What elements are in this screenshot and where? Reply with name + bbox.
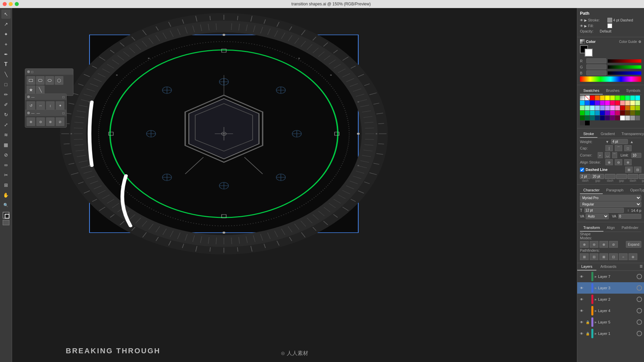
polygon-shape-btn[interactable]: ⬡ (55, 76, 63, 85)
type-tool[interactable]: T (1, 60, 11, 69)
swatch-color-48[interactable] (590, 116, 595, 120)
limit-input[interactable] (631, 153, 641, 158)
g-input[interactable] (586, 64, 606, 69)
swatch-color-57[interactable] (635, 116, 640, 120)
font-select[interactable]: Myriad Pro (580, 195, 641, 201)
swatch-color-56[interactable] (630, 116, 635, 120)
fill-visibility-icon[interactable]: 👁 (580, 24, 583, 28)
tab-symbols[interactable]: Symbols (623, 87, 644, 95)
layer-target-4[interactable] (637, 319, 642, 325)
roundrect-shape-btn[interactable] (36, 76, 45, 85)
layer-eye-1[interactable]: 👁 (579, 286, 584, 290)
swatch-color-25[interactable] (595, 106, 600, 110)
layer-row-3[interactable]: 👁 ▶ Layer 4 (577, 305, 644, 316)
layer-target-5[interactable] (637, 331, 642, 336)
magic-wand-tool[interactable]: ✦ (1, 29, 11, 39)
cap-square-btn[interactable]: □ (624, 145, 632, 151)
minimize-button[interactable] (9, 2, 13, 6)
font-style-select[interactable]: Regular (580, 201, 641, 207)
hand-tool[interactable]: ✋ (1, 190, 11, 200)
swatch-color-55[interactable] (625, 116, 630, 120)
intersect-btn[interactable]: ⊗ (599, 241, 608, 248)
swatch-color-32[interactable] (630, 106, 635, 110)
warp-tool[interactable]: ≋ (1, 130, 11, 139)
align-inside-btn[interactable]: ⊖ (615, 159, 622, 165)
layer-target-3[interactable] (637, 308, 642, 313)
star-shape-btn[interactable]: ★ (26, 85, 35, 94)
swatch-color-22[interactable] (580, 106, 585, 110)
r-slider[interactable] (608, 59, 641, 63)
unite-btn[interactable]: ⊕ (580, 241, 589, 248)
layer-expand-0[interactable]: ▶ (595, 275, 597, 278)
rect-shape-btn[interactable] (26, 76, 35, 85)
pathfinder-float-close[interactable] (27, 112, 30, 114)
swatch-color-19[interactable] (625, 101, 630, 105)
swatch-color-29[interactable] (615, 106, 620, 110)
swatch-color-36[interactable] (590, 111, 595, 115)
swatch-color-54[interactable] (620, 116, 625, 120)
pf-divide-btn[interactable]: ⊞ (580, 253, 589, 260)
g-slider[interactable] (608, 65, 641, 69)
line-shape-btn[interactable]: ╲ (36, 85, 45, 94)
swatch-color-50[interactable] (600, 116, 605, 120)
color-section-title[interactable]: Color (586, 40, 596, 44)
gap2-input[interactable] (616, 174, 627, 179)
flip-h-btn[interactable]: ↔ (36, 101, 45, 110)
swatch-color-8[interactable] (630, 96, 635, 100)
visibility-icon[interactable]: 👁 (580, 18, 583, 22)
canvas-svg[interactable] (12, 8, 577, 362)
weight-input[interactable] (611, 139, 628, 144)
pf-trim-btn[interactable]: ⊟ (590, 253, 598, 260)
tab-character[interactable]: Character (580, 187, 603, 194)
align-center-btn[interactable]: ⊕ (605, 159, 613, 165)
pf-btn2[interactable]: ⊖ (36, 117, 45, 126)
layer-lock-4[interactable]: 🔒 (585, 320, 590, 324)
swatch-color-58[interactable] (580, 121, 585, 125)
tab-brushes[interactable]: Brushes (603, 87, 623, 95)
tab-opentype[interactable]: OpenType (627, 187, 644, 194)
dash1-input[interactable] (580, 174, 591, 179)
swatch-color-1[interactable] (595, 96, 600, 100)
minus-front-btn[interactable]: ⊖ (590, 241, 598, 248)
tab-swatches[interactable]: Swatches (580, 87, 603, 95)
swatch-color-9[interactable] (635, 96, 640, 100)
font-size-input[interactable] (584, 208, 624, 213)
swatch-color-42[interactable] (620, 111, 625, 115)
selection-tool[interactable]: ↖ (1, 9, 11, 19)
swatch-color-5[interactable] (615, 96, 620, 100)
corner-round-btn[interactable]: ◡ (605, 152, 610, 158)
swatch-color-51[interactable] (605, 116, 610, 120)
layer-target-2[interactable] (637, 297, 642, 302)
tracking-input[interactable] (618, 214, 641, 219)
layer-lock-0[interactable] (585, 274, 590, 279)
swatch-color-45[interactable] (635, 111, 640, 115)
swatch-color-21[interactable] (635, 101, 640, 105)
layer-row-0[interactable]: 👁 ▶ Layer 7 (577, 271, 644, 282)
layer-lock-5[interactable]: 🔒 (585, 331, 590, 336)
eyedropper-tool[interactable]: ⊘ (1, 150, 11, 160)
color-guide-link[interactable]: Color Guide (619, 40, 637, 44)
tab-transparency[interactable]: Transparency (618, 130, 644, 138)
swatch-color-59[interactable] (585, 121, 590, 125)
dashed-icon2[interactable]: ⊟ (634, 167, 641, 173)
rotate-left-btn[interactable]: ↺ (26, 101, 35, 110)
tab-paragraph[interactable]: Paragraph (603, 187, 627, 194)
transform-more-btn[interactable]: ✦ (56, 101, 64, 110)
swatch-color-49[interactable] (595, 116, 600, 120)
swatch-color-30[interactable] (620, 106, 625, 110)
swatch-color-38[interactable] (600, 111, 605, 115)
swatch-color-43[interactable] (625, 111, 630, 115)
layer-row-2[interactable]: 👁 ▶ Layer 2 (577, 294, 644, 305)
corner-miter-btn[interactable]: ⌐ (598, 152, 603, 158)
swatch-color-0[interactable] (590, 96, 595, 100)
gap3-input[interactable] (639, 174, 644, 179)
shape-tool[interactable]: □ (1, 80, 11, 89)
pf-outline-btn[interactable]: ○ (619, 253, 628, 260)
swatch-color-13[interactable] (595, 101, 600, 105)
swatch-color-46[interactable] (580, 116, 585, 120)
fill-arrow-icon[interactable]: ▶ (584, 24, 587, 28)
tab-artboards[interactable]: Artboards (596, 263, 621, 270)
layer-row-4[interactable]: 👁 🔒 ▶ Layer 5 (577, 316, 644, 328)
layer-expand-2[interactable]: ▶ (595, 298, 597, 301)
swatch-color-33[interactable] (635, 106, 640, 110)
